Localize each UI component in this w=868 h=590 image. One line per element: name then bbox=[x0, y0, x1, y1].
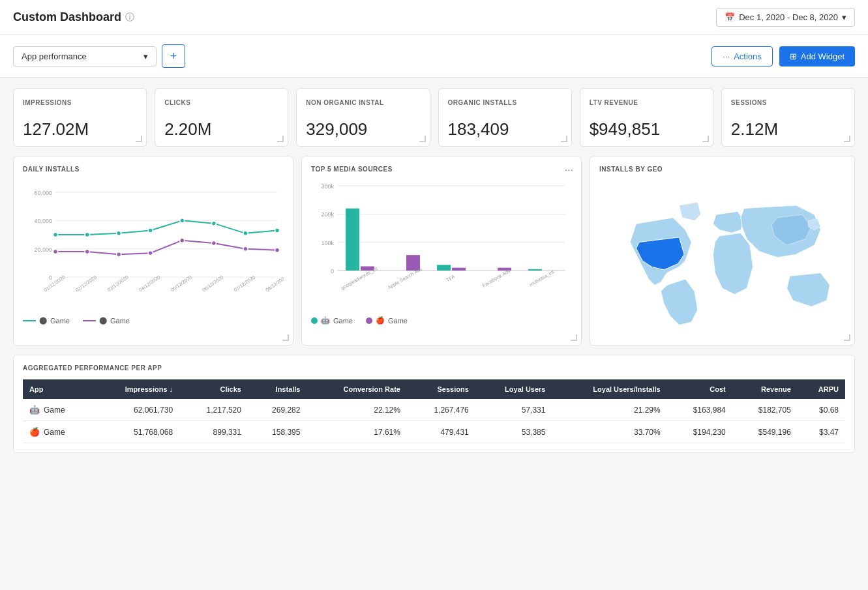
table-cell-0-2: 1,217,520 bbox=[179, 399, 248, 421]
daily-installs-title: DAILY INSTALLS bbox=[23, 166, 284, 173]
date-range-button[interactable]: 📅 Dec 1, 2020 - Dec 8, 2020 ▾ bbox=[716, 8, 855, 27]
kpi-label-1: CLICKS bbox=[164, 99, 278, 106]
svg-text:Apple Search Ads: Apple Search Ads bbox=[387, 266, 423, 291]
table-cell-1-4: 17.61% bbox=[307, 421, 406, 443]
table-header-row: AppImpressions ↓ClicksInstallsConversion… bbox=[23, 379, 845, 399]
svg-text:0: 0 bbox=[331, 268, 334, 274]
chart-menu-icon[interactable]: ··· bbox=[565, 164, 573, 176]
svg-text:Facebook Ads: Facebook Ads bbox=[481, 268, 511, 289]
legend-line-ios bbox=[83, 320, 96, 321]
svg-text:300k: 300k bbox=[321, 183, 334, 190]
actions-label: Actions bbox=[734, 52, 762, 61]
svg-point-30 bbox=[243, 246, 248, 251]
table-cell-0-7: 21.29% bbox=[552, 399, 666, 421]
table-cell-0-3: 269,282 bbox=[248, 399, 307, 421]
toolbar: App performance ▾ + ··· Actions ⊞ Add Wi… bbox=[0, 35, 868, 78]
table-cell-0-6: 57,331 bbox=[475, 399, 552, 421]
daily-installs-card: DAILY INSTALLS 020,00040,00060,00001/12/… bbox=[13, 156, 293, 346]
svg-text:200k: 200k bbox=[321, 211, 334, 218]
svg-point-17 bbox=[85, 233, 89, 237]
kpi-card-3: ORGANIC INSTALLS 183,409 bbox=[438, 88, 572, 147]
svg-rect-41 bbox=[346, 209, 359, 271]
app-name-1: Game bbox=[44, 428, 65, 437]
line-chart-legend: ⬤ Game ⬤ Game bbox=[23, 316, 284, 325]
svg-text:60,000: 60,000 bbox=[34, 190, 52, 196]
col-header-0: App bbox=[23, 379, 93, 399]
kpi-card-2: NON ORGANIC INSTAL 329,009 bbox=[296, 88, 430, 147]
android-icon: 🤖 bbox=[29, 405, 40, 415]
kpi-value-4: $949,851 bbox=[590, 119, 704, 140]
table-body: 🤖Game62,061,7301,217,520269,28222.12%1,2… bbox=[23, 399, 845, 443]
bar-chart-svg: 0100k200k300kgoogleadwords_intApple Sear… bbox=[311, 179, 572, 310]
apple-icon: ⬤ bbox=[99, 316, 107, 325]
app-select-label: App performance bbox=[22, 52, 87, 61]
table-cell-1-2: 899,331 bbox=[179, 421, 248, 443]
kpi-card-4: LTV REVENUE $949,851 bbox=[580, 88, 713, 147]
svg-rect-47 bbox=[528, 269, 542, 271]
col-header-2: Clicks bbox=[179, 379, 248, 399]
svg-point-18 bbox=[117, 231, 121, 235]
resize-handle-bar[interactable] bbox=[571, 334, 577, 341]
app-performance-select[interactable]: App performance ▾ bbox=[13, 46, 157, 66]
svg-rect-44 bbox=[437, 265, 451, 271]
col-header-1: Impressions ↓ bbox=[93, 379, 179, 399]
table-cell-0-0: 🤖Game bbox=[23, 399, 93, 421]
svg-point-27 bbox=[148, 251, 153, 256]
kpi-label-3: ORGANIC INSTALLS bbox=[448, 99, 562, 106]
table-cell-1-8: $194,230 bbox=[667, 421, 732, 443]
add-filter-button[interactable]: + bbox=[162, 44, 185, 68]
table-title: AGGREGATED PERFORMANCE PER APP bbox=[23, 364, 845, 372]
performance-table: AppImpressions ↓ClicksInstallsConversion… bbox=[23, 379, 845, 443]
svg-point-23 bbox=[275, 228, 280, 233]
resize-handle-geo[interactable] bbox=[844, 334, 850, 341]
legend-bar-android: 🤖 Game bbox=[311, 316, 353, 325]
table-cell-1-5: 479,431 bbox=[407, 421, 475, 443]
table-cell-0-4: 22.12% bbox=[307, 399, 406, 421]
date-range-label: Dec 1, 2020 - Dec 8, 2020 bbox=[739, 12, 838, 22]
svg-text:20,000: 20,000 bbox=[34, 246, 52, 253]
legend-ios: ⬤ Game bbox=[83, 316, 130, 325]
resize-handle[interactable] bbox=[282, 334, 289, 341]
chevron-down-icon: ▾ bbox=[842, 12, 846, 22]
kpi-card-0: IMPRESSIONS 127.02M bbox=[13, 88, 147, 147]
toolbar-right: ··· Actions ⊞ Add Widget bbox=[711, 46, 855, 66]
info-icon[interactable]: ⓘ bbox=[125, 12, 134, 23]
table-row: 🍎Game51,768,068899,331158,39517.61%479,4… bbox=[23, 421, 845, 443]
svg-text:mobvista_int: mobvista_int bbox=[528, 269, 556, 288]
svg-point-21 bbox=[211, 221, 216, 226]
legend-android-label: Game bbox=[50, 317, 70, 325]
svg-point-26 bbox=[117, 252, 121, 257]
table-cell-1-1: 51,768,068 bbox=[93, 421, 179, 443]
app-name-0: Game bbox=[44, 406, 65, 415]
kpi-corner-3 bbox=[561, 136, 567, 142]
table-cell-1-0: 🍎Game bbox=[23, 421, 93, 443]
svg-text:TFA: TFA bbox=[445, 273, 456, 283]
add-widget-button[interactable]: ⊞ Add Widget bbox=[779, 46, 855, 66]
legend-bar-ios: 🍎 Game bbox=[366, 316, 408, 325]
table-header: AppImpressions ↓ClicksInstallsConversion… bbox=[23, 379, 845, 399]
geo-map bbox=[599, 179, 845, 336]
calendar-icon: 📅 bbox=[725, 12, 735, 22]
table-cell-1-10: $3.47 bbox=[798, 421, 845, 443]
bar-android-icon: 🤖 bbox=[321, 316, 330, 325]
chart-row: DAILY INSTALLS 020,00040,00060,00001/12/… bbox=[13, 156, 855, 346]
legend-line-android bbox=[23, 320, 36, 321]
svg-point-25 bbox=[85, 250, 89, 254]
top5-media-title: TOP 5 MEDIA SOURCES bbox=[311, 166, 572, 173]
col-header-10: ARPU bbox=[798, 379, 845, 399]
kpi-value-2: 329,009 bbox=[306, 119, 420, 140]
android-icon: ⬤ bbox=[39, 316, 47, 325]
apple-icon: 🍎 bbox=[29, 427, 40, 437]
col-header-3: Installs bbox=[248, 379, 307, 399]
header-left: Custom Dashboard ⓘ bbox=[13, 10, 134, 24]
actions-button[interactable]: ··· Actions bbox=[711, 46, 772, 66]
header: Custom Dashboard ⓘ 📅 Dec 1, 2020 - Dec 8… bbox=[0, 0, 868, 35]
kpi-card-5: SESSIONS 2.12M bbox=[721, 88, 855, 147]
kpi-label-5: SESSIONS bbox=[731, 99, 845, 106]
main-content: IMPRESSIONS 127.02M CLICKS 2.20M NON ORG… bbox=[0, 78, 868, 464]
actions-dots-icon: ··· bbox=[723, 52, 730, 61]
bar-legend-ios-label: Game bbox=[388, 317, 408, 325]
kpi-card-1: CLICKS 2.20M bbox=[155, 88, 288, 147]
kpi-label-4: LTV REVENUE bbox=[590, 99, 704, 106]
svg-text:100k: 100k bbox=[321, 240, 334, 246]
